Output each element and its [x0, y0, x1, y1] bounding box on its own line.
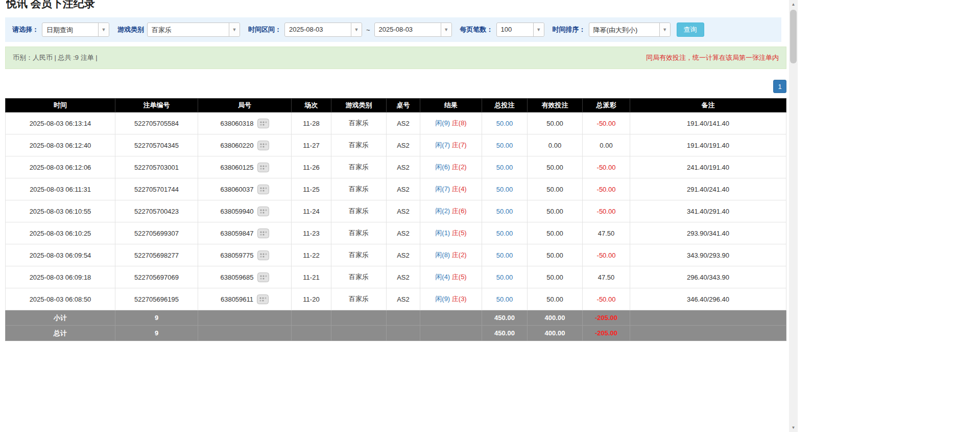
- table-header: 时间注单编号局号场次游戏类别桌号结果总投注有效投注总派彩备注: [6, 99, 786, 112]
- total-bet-link[interactable]: 50.00: [496, 295, 513, 303]
- time-range-label: 时间区间：: [248, 25, 281, 34]
- query-type-select[interactable]: 日期查询 ▼: [42, 22, 109, 37]
- table-row: 2025-08-03 06:12:06522705703001638060125…: [6, 156, 786, 178]
- chevron-down-icon: ▼: [351, 23, 362, 36]
- round-id-group: 638060318: [220, 119, 269, 128]
- filter-bar: 请选择： 日期查询 ▼ 游戏类别 百家乐 ▼ 时间区间： 2025-08-03 …: [5, 17, 781, 42]
- round-id-group: 638059611: [221, 294, 269, 304]
- subtotal-payout: -205.00: [583, 310, 630, 326]
- cell-total-bet[interactable]: 50.00: [482, 266, 528, 288]
- roadmap-icon[interactable]: [257, 229, 269, 238]
- total-bet-link[interactable]: 50.00: [496, 142, 513, 149]
- roadmap-icon[interactable]: [257, 294, 269, 304]
- scroll-up-arrow-icon[interactable]: ▲: [789, 0, 798, 9]
- cell-table-no: AS2: [387, 200, 420, 222]
- roadmap-icon[interactable]: [257, 163, 269, 172]
- total-bet-link[interactable]: 50.00: [496, 208, 513, 215]
- cell-total-bet[interactable]: 50.00: [482, 288, 528, 310]
- total-bet-link[interactable]: 50.00: [496, 230, 513, 237]
- round-id-text: 638060125: [220, 164, 253, 171]
- cell-payout: -50.00: [583, 244, 630, 266]
- subtotal-empty-cell: [387, 310, 420, 326]
- column-header: 场次: [292, 99, 331, 112]
- cell-result: 闲(7) 庄(7): [420, 134, 482, 156]
- cell-payout: -50.00: [583, 112, 630, 134]
- total-bet-link[interactable]: 50.00: [496, 120, 513, 127]
- subtotal-row: 小计9450.00400.00-205.00: [6, 310, 786, 326]
- round-id-text: 638060037: [220, 186, 253, 193]
- round-id-group: 638059940: [220, 207, 269, 216]
- round-id-group: 638059847: [220, 229, 269, 238]
- roadmap-icon[interactable]: [257, 207, 269, 216]
- vertical-scrollbar[interactable]: ▲ ▼: [789, 0, 798, 432]
- roadmap-icon[interactable]: [257, 185, 269, 194]
- cell-total-bet[interactable]: 50.00: [482, 200, 528, 222]
- cell-payout: -50.00: [583, 178, 630, 200]
- roadmap-icon[interactable]: [257, 251, 269, 260]
- cell-remark: 293.90/341.40: [630, 222, 786, 244]
- total-bet-link[interactable]: 50.00: [496, 164, 513, 171]
- roadmap-icon[interactable]: [257, 272, 269, 282]
- total-bet-link[interactable]: 50.00: [496, 274, 513, 281]
- total-row: 总计9450.00400.00-205.00: [6, 326, 786, 341]
- table-row: 2025-08-03 06:11:31522705701744638060037…: [6, 178, 786, 200]
- cell-time: 2025-08-03 06:10:25: [6, 222, 115, 244]
- query-type-label: 请选择：: [12, 25, 39, 34]
- cell-remark: 346.40/296.40: [630, 288, 786, 310]
- cell-total-bet[interactable]: 50.00: [482, 134, 528, 156]
- cell-remark: 341.40/291.40: [630, 200, 786, 222]
- table-row: 2025-08-03 06:08:50522705696195638059611…: [6, 288, 786, 310]
- cell-table-no: AS2: [387, 266, 420, 288]
- scrollbar-thumb[interactable]: [790, 10, 797, 63]
- cell-payout: -50.00: [583, 156, 630, 178]
- cell-round-id: 638059940: [198, 200, 292, 222]
- total-bet-link[interactable]: 50.00: [496, 186, 513, 193]
- game-type-select[interactable]: 百家乐 ▼: [147, 22, 240, 37]
- round-id-text: 638060220: [220, 142, 253, 149]
- page-button-1[interactable]: 1: [773, 80, 786, 93]
- total-count: 9: [115, 326, 198, 341]
- cell-total-bet[interactable]: 50.00: [482, 112, 528, 134]
- result-banker: 庄(3): [452, 295, 467, 303]
- cell-session: 11-22: [292, 244, 331, 266]
- column-header: 总派彩: [583, 99, 630, 112]
- summary-bar: 币别：人民币 | 总共 :9 注单 | 同局有效投注，统一计算在该局第一张注单内: [5, 47, 786, 69]
- date-to-select[interactable]: 2025-08-03 ▼: [374, 22, 452, 37]
- cell-game-type: 百家乐: [331, 288, 387, 310]
- cell-session: 11-20: [292, 288, 331, 310]
- result-banker: 庄(2): [452, 163, 467, 171]
- cell-total-bet[interactable]: 50.00: [482, 222, 528, 244]
- date-from-select[interactable]: 2025-08-03 ▼: [284, 22, 362, 37]
- chevron-down-icon: ▼: [659, 23, 670, 36]
- cell-session: 11-27: [292, 134, 331, 156]
- total-remark-empty: [630, 326, 786, 341]
- page-size-value: 100: [497, 23, 533, 36]
- round-id-text: 638059847: [220, 230, 253, 237]
- cell-total-bet[interactable]: 50.00: [482, 244, 528, 266]
- cell-total-bet[interactable]: 50.00: [482, 156, 528, 178]
- total-bet-link[interactable]: 50.00: [496, 252, 513, 259]
- scroll-down-arrow-icon[interactable]: ▼: [789, 423, 798, 432]
- cell-round-id: 638060037: [198, 178, 292, 200]
- subtotal-total-bet: 450.00: [482, 310, 528, 326]
- cell-time: 2025-08-03 06:09:54: [6, 244, 115, 266]
- roadmap-icon[interactable]: [257, 119, 269, 128]
- cell-session: 11-21: [292, 266, 331, 288]
- cell-bet-id: 522705696195: [115, 288, 198, 310]
- roadmap-icon[interactable]: [257, 141, 269, 150]
- column-header: 总投注: [482, 99, 528, 112]
- column-header: 游戏类别: [331, 99, 387, 112]
- column-header: 结果: [420, 99, 482, 112]
- cell-payout: -50.00: [583, 288, 630, 310]
- search-button[interactable]: 查询: [677, 22, 704, 37]
- chevron-down-icon: ▼: [229, 23, 240, 36]
- cell-total-bet[interactable]: 50.00: [482, 178, 528, 200]
- cell-table-no: AS2: [387, 156, 420, 178]
- subtotal-empty-cell: [331, 310, 387, 326]
- sort-select[interactable]: 降幂(由大到小) ▼: [589, 22, 671, 37]
- cell-table-no: AS2: [387, 288, 420, 310]
- page-size-select[interactable]: 100 ▼: [496, 22, 544, 37]
- total-empty-cell: [331, 326, 387, 341]
- bet-records-table: 时间注单编号局号场次游戏类别桌号结果总投注有效投注总派彩备注 2025-08-0…: [5, 98, 786, 341]
- cell-session: 11-25: [292, 178, 331, 200]
